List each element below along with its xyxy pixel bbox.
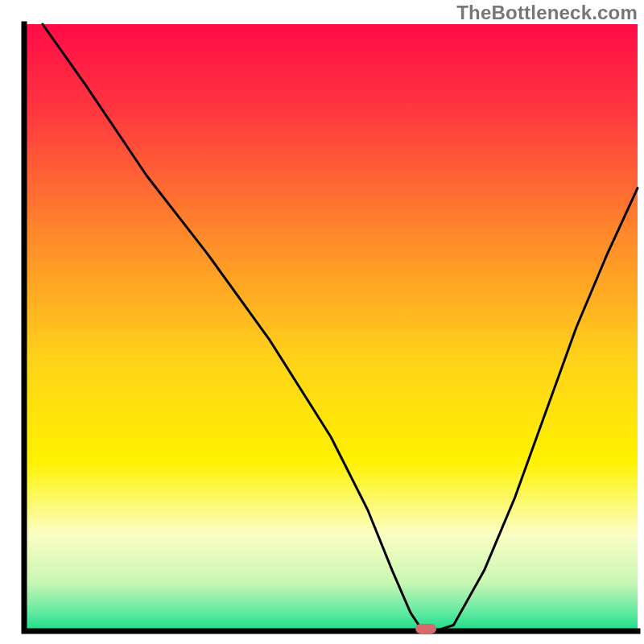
plot-background: [24, 24, 638, 631]
watermark-label: TheBottleneck.com: [456, 2, 638, 24]
chart-container: TheBottleneck.com: [0, 0, 644, 644]
optimal-marker: [415, 624, 436, 634]
bottleneck-chart: [0, 0, 644, 644]
